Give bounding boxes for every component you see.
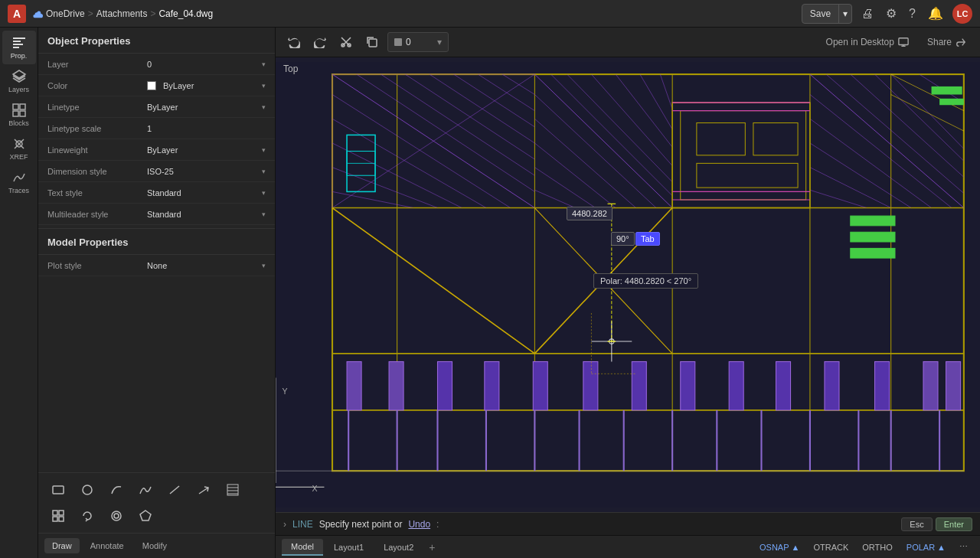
svg-rect-4 xyxy=(13,104,18,109)
open-desktop-button[interactable]: Open in Desktop xyxy=(820,34,915,50)
tool-polygon[interactable] xyxy=(132,504,159,528)
prop-row-layer: Layer 0 ▾ xyxy=(38,54,275,75)
tool-arc[interactable] xyxy=(103,478,130,502)
sidebar-item-traces[interactable]: Traces xyxy=(2,165,36,199)
lineweight-select[interactable]: ByLayer ▾ xyxy=(147,145,266,155)
svg-rect-126 xyxy=(939,99,964,105)
polar-button[interactable]: POLAR ▲ xyxy=(900,540,952,554)
help-icon[interactable]: ? xyxy=(906,4,919,24)
ortho-button[interactable]: ORTHO xyxy=(856,540,899,554)
cmd-buttons: Esc Enter xyxy=(901,517,972,531)
sidebar-item-xref[interactable]: XREF xyxy=(2,132,36,165)
tool-circle[interactable] xyxy=(74,478,101,502)
osnap-label: OSNAP xyxy=(760,543,789,552)
linetype-select[interactable]: ByLayer ▾ xyxy=(147,103,266,112)
color-value: ByLayer xyxy=(163,81,194,90)
sidebar-item-blocks[interactable]: Blocks xyxy=(2,98,36,132)
view-label: Top xyxy=(283,64,298,74)
tool-hatch[interactable] xyxy=(219,478,247,502)
svg-rect-19 xyxy=(59,517,64,521)
lineweight-chevron: ▾ xyxy=(262,146,266,154)
svg-point-21 xyxy=(114,514,119,518)
linetype-value: ByLayer xyxy=(147,103,178,112)
tab-modify[interactable]: Modify xyxy=(135,538,175,553)
osnap-button[interactable]: OSNAP ▲ xyxy=(753,540,805,554)
tool-rect[interactable] xyxy=(44,478,72,502)
settings-icon[interactable]: ⚙ xyxy=(883,3,900,24)
tool-rotate-copy[interactable] xyxy=(74,504,101,528)
sidebar-item-layers[interactable]: Layers xyxy=(2,64,36,98)
bell-icon[interactable]: 🔔 xyxy=(925,3,946,24)
cmd-keyword[interactable]: Undo xyxy=(408,519,430,530)
svg-rect-17 xyxy=(59,511,64,515)
tool-arrow[interactable] xyxy=(190,478,217,502)
plotstyle-value: None xyxy=(147,261,167,270)
save-arrow[interactable]: ▾ xyxy=(839,5,851,23)
line-icon xyxy=(168,483,181,497)
prop-row-plotstyle: Plot style None ▾ xyxy=(38,255,275,276)
more-status-button[interactable]: ⋯ xyxy=(953,540,974,554)
sidebar-item-prop[interactable]: Prop. xyxy=(2,31,36,64)
prop-icon xyxy=(11,35,27,51)
textstyle-select[interactable]: Standard ▾ xyxy=(147,188,266,197)
sidebar-label-blocks: Blocks xyxy=(8,119,29,127)
redo-icon xyxy=(314,36,326,48)
sidebar-label-xref: XREF xyxy=(9,153,28,161)
ortho-label: ORTHO xyxy=(862,543,893,552)
prop-value-plotstyle: None ▾ xyxy=(147,261,266,270)
prop-row-multileader: Multileader style Standard ▾ xyxy=(38,204,275,225)
sidebar-label-layers: Layers xyxy=(8,86,29,93)
save-main[interactable]: Save xyxy=(802,5,839,23)
tool-donut[interactable] xyxy=(103,504,130,528)
arrow-icon xyxy=(197,483,211,497)
arc-icon xyxy=(109,483,123,497)
svg-rect-26 xyxy=(899,38,908,45)
layer-select-chevron: ▾ xyxy=(437,37,442,47)
svg-rect-16 xyxy=(53,511,57,515)
prop-label-textstyle: Text style xyxy=(47,188,147,197)
print-icon[interactable]: 🖨 xyxy=(858,4,877,24)
redo-button[interactable] xyxy=(309,32,331,52)
esc-button[interactable]: Esc xyxy=(901,517,932,531)
undo-button[interactable] xyxy=(283,32,305,52)
svg-rect-94 xyxy=(485,361,499,410)
trim-button[interactable] xyxy=(335,32,357,52)
prop-value-textstyle: Standard ▾ xyxy=(147,188,266,197)
command-line: › LINE Specify next point or Undo : Esc … xyxy=(276,512,980,535)
multileader-select[interactable]: Standard ▾ xyxy=(147,210,266,219)
save-button-group[interactable]: Save ▾ xyxy=(802,4,852,24)
layer-select[interactable]: 0 ▾ xyxy=(147,60,266,69)
svg-rect-120 xyxy=(851,232,895,242)
polar-value: Polar: 4480.2820 < 270° xyxy=(600,276,691,286)
prop-label-lineweight: Lineweight xyxy=(47,145,147,155)
prop-label-plotstyle: Plot style xyxy=(47,261,147,270)
layer-select-toolbar[interactable]: 0 ▾ xyxy=(387,32,449,52)
tool-multiwindow[interactable] xyxy=(44,504,72,528)
tab-layout1[interactable]: Layout1 xyxy=(325,540,373,555)
add-tab-button[interactable]: + xyxy=(424,541,439,553)
tab-draw[interactable]: Draw xyxy=(44,538,80,553)
color-select[interactable]: ByLayer ▾ xyxy=(147,81,266,90)
svg-rect-97 xyxy=(632,361,646,410)
enter-button[interactable]: Enter xyxy=(936,517,972,531)
share-label: Share xyxy=(927,37,952,47)
plotstyle-select[interactable]: None ▾ xyxy=(147,261,266,270)
xref-icon xyxy=(11,136,27,152)
tab-layout2[interactable]: Layout2 xyxy=(374,540,423,555)
undo-icon xyxy=(288,36,300,48)
polar-label: POLAR xyxy=(906,543,935,552)
dimstyle-select[interactable]: ISO-25 ▾ xyxy=(147,167,266,176)
otrack-button[interactable]: OTRACK xyxy=(807,540,854,554)
tool-line[interactable] xyxy=(161,478,188,502)
layer-select-value: 0 xyxy=(406,37,411,47)
tab-annotate[interactable]: Annotate xyxy=(83,538,132,553)
svg-rect-18 xyxy=(53,517,57,521)
prop-row-lineweight: Lineweight ByLayer ▾ xyxy=(38,139,275,161)
copy-button[interactable] xyxy=(361,32,383,52)
tab-model[interactable]: Model xyxy=(282,539,323,556)
cmd-arrow: › xyxy=(283,519,286,530)
share-button[interactable]: Share xyxy=(921,34,972,50)
canvas-viewport[interactable]: Top xyxy=(276,57,980,512)
properties-panel: Object Properties Layer 0 ▾ Color ByLaye… xyxy=(38,28,276,558)
tool-polyline[interactable] xyxy=(132,478,159,502)
